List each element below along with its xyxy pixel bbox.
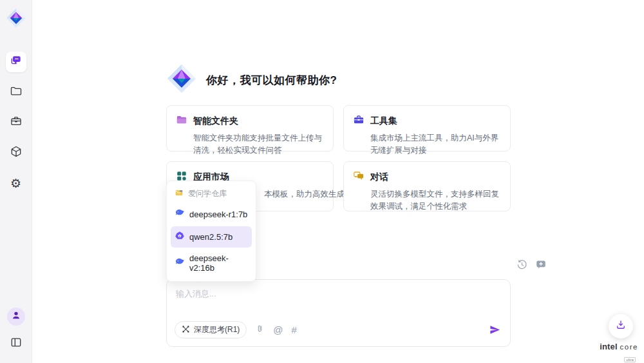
model-option-label: qwen2.5:7b [189, 232, 232, 242]
briefcase-indigo-icon [353, 114, 365, 128]
repo-icon [175, 188, 184, 199]
model-option-deepseek-r1[interactable]: deepseek-r1:7b [171, 204, 252, 225]
history-icon [516, 259, 527, 273]
sidebar-item-settings[interactable]: ⚙ [6, 173, 26, 193]
paperclip-icon[interactable] [255, 324, 265, 336]
sidebar: ⚙ [0, 0, 32, 363]
folder-purple-icon [176, 114, 187, 128]
main-area: 你好，我可以如何帮助你? 智能文件夹 智能文件夹功能支持批量文件上传与清洗，轻松… [32, 0, 644, 363]
deep-think-toggle[interactable]: 深度思考(R1) [175, 321, 247, 338]
app-window: ⚙ [0, 0, 644, 363]
hash-icon[interactable]: # [292, 325, 297, 335]
model-repo-label: 爱问学仓库 [188, 188, 227, 199]
send-button[interactable] [489, 324, 501, 336]
panel-toggle-button[interactable] [6, 333, 26, 354]
app-logo-large-icon [166, 63, 197, 97]
model-option-label: deepseek-v2:16b [189, 253, 248, 273]
model-dropdown: 爱问学仓库 deepseek-r1:7b [166, 181, 256, 282]
model-option-deepseek-v2[interactable]: deepseek-v2:16b [171, 249, 252, 277]
at-icon[interactable]: @ [273, 325, 283, 335]
card-title: 工具集 [370, 115, 397, 127]
card-desc: 集成市场上主流工具，助力AI与外界无缝扩展与对接 [370, 132, 501, 157]
sidebar-item-toolbox[interactable] [6, 112, 26, 133]
card-dialogue[interactable]: 对话 灵活切换多模型文件，支持多样回复效果调试，满足个性化需求 [343, 161, 511, 211]
composer-toolbar: 深度思考(R1) @ # [175, 321, 501, 338]
deepseek-icon [175, 208, 185, 221]
briefcase-icon [10, 115, 23, 130]
card-desc-partial: 本模板，助力高效生成多 [264, 188, 324, 201]
gear-icon: ⚙ [10, 177, 21, 190]
folder-icon [10, 84, 23, 100]
composer: 深度思考(R1) @ # [166, 279, 511, 347]
download-icon [615, 319, 627, 333]
intel-ultra-badge: ultra [624, 357, 636, 362]
model-option-label: deepseek-r1:7b [189, 210, 247, 219]
new-chat-icon [535, 259, 547, 273]
greeting: 你好，我可以如何帮助你? [166, 63, 337, 97]
message-input[interactable] [176, 289, 501, 299]
card-desc: 智能文件夹功能支持批量文件上传与清洗，轻松实现文件问答 [193, 132, 324, 157]
user-avatar[interactable] [7, 308, 25, 326]
panel-toggle-icon [10, 336, 23, 351]
sidebar-nav: ⚙ [6, 52, 26, 193]
chat-icon [10, 54, 23, 70]
sidebar-bottom [6, 308, 26, 354]
deep-think-label: 深度思考(R1) [194, 324, 240, 335]
app-logo-icon [6, 8, 26, 28]
card-smart-folder[interactable]: 智能文件夹 智能文件夹功能支持批量文件上传与清洗，轻松实现文件问答 [166, 105, 334, 152]
user-avatar-icon [11, 310, 21, 323]
chat-gold-icon [353, 170, 365, 184]
cube-icon [10, 145, 23, 161]
card-title: 对话 [370, 172, 388, 183]
sidebar-item-models[interactable] [6, 142, 26, 163]
qwen-icon [175, 231, 185, 243]
model-dropdown-header: 爱问学仓库 [171, 185, 252, 202]
new-chat-button[interactable] [535, 259, 547, 272]
sidebar-item-chat[interactable] [6, 52, 26, 72]
history-button[interactable] [515, 259, 528, 272]
card-desc: 灵活切换多模型文件，支持多样回复效果调试，满足个性化需求 [370, 188, 501, 213]
chat-actions [483, 259, 547, 272]
download-fab[interactable] [609, 314, 633, 338]
card-title: 智能文件夹 [193, 115, 238, 127]
intel-core-logo: intel core ultra [598, 340, 640, 363]
card-toolset[interactable]: 工具集 集成市场上主流工具，助力AI与外界无缝扩展与对接 [343, 105, 511, 152]
greeting-title: 你好，我可以如何帮助你? [206, 73, 337, 88]
deep-think-icon [182, 325, 190, 335]
sidebar-item-folders[interactable] [6, 82, 26, 103]
intel-core-text: core [620, 343, 638, 351]
deepseek-icon [175, 257, 185, 270]
intel-brand-text: intel [600, 342, 618, 351]
model-option-qwen25[interactable]: qwen2.5:7b [171, 226, 252, 248]
